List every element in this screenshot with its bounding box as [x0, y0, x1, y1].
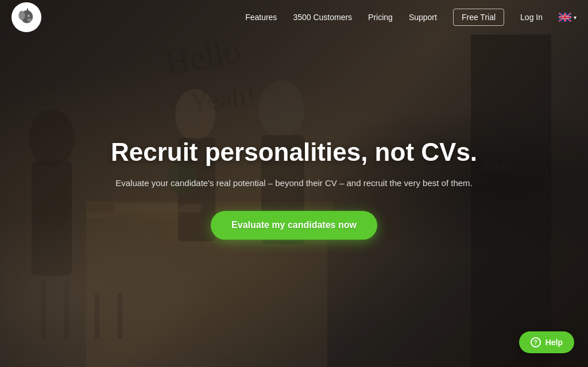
hero-subtitle: Evaluate your candidate's real potential… [93, 177, 495, 190]
svg-point-23 [18, 11, 25, 20]
nav-login[interactable]: Log In [520, 13, 543, 22]
logo[interactable] [11, 2, 41, 32]
hero-content: Recruit personalities, not CVs. Evaluate… [93, 138, 495, 239]
language-selector[interactable]: ▾ [559, 13, 577, 22]
hero-title: Recruit personalities, not CVs. [93, 138, 495, 167]
nav-customers[interactable]: 3500 Customers [293, 13, 352, 22]
svg-point-25 [29, 16, 30, 17]
nav-support[interactable]: Support [409, 13, 437, 22]
uk-flag-icon [559, 13, 571, 22]
nav-links: Features 3500 Customers Pricing Support … [245, 9, 577, 26]
lang-chevron-icon: ▾ [574, 14, 577, 21]
help-label: Help [546, 338, 563, 347]
svg-point-26 [28, 18, 32, 22]
help-icon: ? [531, 337, 541, 347]
help-button[interactable]: ? Help [519, 331, 574, 353]
nav-pricing[interactable]: Pricing [368, 13, 393, 22]
nav-features[interactable]: Features [245, 13, 277, 22]
navbar: Features 3500 Customers Pricing Support … [0, 0, 588, 34]
cta-button[interactable]: Evaluate my candidates now [211, 211, 377, 239]
nav-free-trial[interactable]: Free Trial [453, 9, 504, 26]
